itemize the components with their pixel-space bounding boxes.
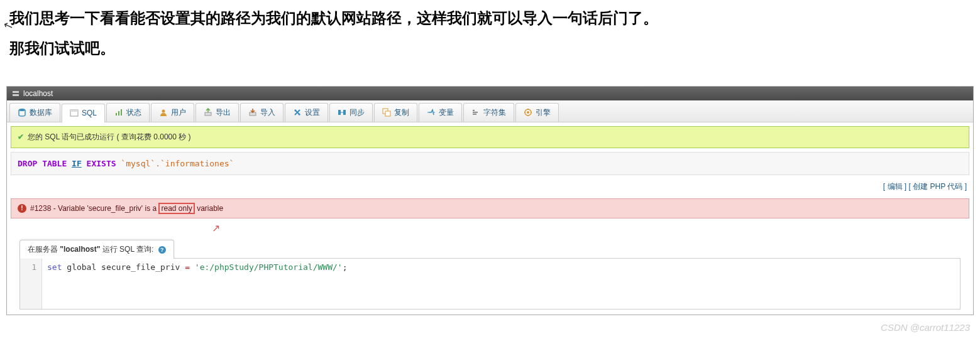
success-text: 您的 SQL 语句已成功运行 ( 查询花费 0.0000 秒 ) xyxy=(28,132,191,143)
query-action-links: [ 编辑 ] [ 创建 PHP 代码 ] xyxy=(7,179,973,195)
engine-icon xyxy=(524,108,532,117)
sql-query-panel: 在服务器 "localhost" 运行 SQL 查询: ? 1 set glob… xyxy=(19,239,961,309)
tab-label: 同步 xyxy=(350,107,365,118)
sql-title-prefix: 在服务器 xyxy=(28,245,60,254)
tab-label: 字符集 xyxy=(483,107,506,118)
svg-rect-18 xyxy=(473,112,478,113)
variables-icon xyxy=(427,108,436,117)
tab-label: 用户 xyxy=(171,107,186,118)
tab-replication[interactable]: 复制 xyxy=(374,103,417,122)
code-line-1[interactable]: set global secure_file_priv = 'e:/phpStu… xyxy=(42,259,352,309)
svg-point-8 xyxy=(162,110,165,113)
breadcrumb-bar: localhost xyxy=(7,87,973,100)
tab-export[interactable]: 导出 xyxy=(195,103,239,122)
tab-engine[interactable]: 引擎 xyxy=(515,103,559,122)
tab-database[interactable]: 数据库 xyxy=(9,103,60,122)
svg-rect-16 xyxy=(385,111,390,116)
error-icon: ! xyxy=(18,204,26,213)
tab-sync[interactable]: 同步 xyxy=(329,103,373,122)
tab-status[interactable]: 状态 xyxy=(106,103,150,122)
svg-rect-19 xyxy=(473,114,476,115)
svg-point-11 xyxy=(295,110,297,112)
svg-rect-17 xyxy=(473,110,475,111)
tab-label: SQL xyxy=(82,109,97,117)
sql-code-editor[interactable]: 1 set global secure_file_priv = 'e:/phpS… xyxy=(19,258,961,309)
svg-point-12 xyxy=(299,114,300,116)
line-number-gutter: 1 xyxy=(20,259,42,309)
tab-label: 导出 xyxy=(216,107,231,118)
svg-rect-4 xyxy=(70,110,78,112)
edit-link[interactable]: 编辑 xyxy=(888,182,903,191)
tab-bar: 数据库SQL状态用户导出导入设置同步复制变量字符集引擎 xyxy=(7,100,973,122)
svg-rect-6 xyxy=(118,111,119,116)
code-semi: ; xyxy=(343,262,348,272)
code-kw-set: set xyxy=(47,262,62,272)
tab-label: 复制 xyxy=(394,107,409,118)
export-icon xyxy=(204,108,212,117)
svg-rect-0 xyxy=(13,91,19,93)
users-icon xyxy=(159,108,168,117)
check-icon: ✔ xyxy=(18,132,24,141)
error-suffix: variable xyxy=(195,204,223,213)
tab-variables[interactable]: 变量 xyxy=(419,103,462,122)
code-str: 'e:/phpStudy/PHPTutorial/WWW/' xyxy=(190,262,343,272)
article-paragraph-2: 那我们试试吧。 xyxy=(0,36,980,67)
svg-point-2 xyxy=(19,109,25,111)
tab-label: 引擎 xyxy=(536,107,551,118)
tab-import[interactable]: 导入 xyxy=(240,103,284,122)
code-var: global secure_file_priv xyxy=(62,262,185,272)
annotation-arrow-icon: ↗ xyxy=(208,222,973,234)
svg-point-21 xyxy=(527,111,529,114)
sql-title-suffix: 运行 SQL 查询: xyxy=(100,245,153,254)
query-table-name: `mysql`.`informationes` xyxy=(116,159,234,168)
svg-rect-13 xyxy=(338,110,341,115)
svg-rect-5 xyxy=(116,113,117,116)
svg-rect-14 xyxy=(343,110,346,115)
tab-label: 数据库 xyxy=(30,107,52,118)
tab-charset[interactable]: 字符集 xyxy=(463,103,514,122)
import-icon xyxy=(248,108,257,117)
database-icon xyxy=(18,108,26,117)
svg-rect-1 xyxy=(13,94,19,96)
sync-icon xyxy=(338,108,346,117)
sql-panel-title: 在服务器 "localhost" 运行 SQL 查询: ? xyxy=(19,240,174,259)
error-highlight: read only xyxy=(158,203,194,214)
success-message: ✔ 您的 SQL 语句已成功运行 ( 查询花费 0.0000 秒 ) xyxy=(11,126,969,148)
article-paragraph-1: 我们思考一下看看能否设置其的路径为我们的默认网站路径，这样我们就可以导入一句话后… xyxy=(0,0,980,36)
executed-query: DROP TABLE IF EXISTS `mysql`.`informatio… xyxy=(11,152,969,175)
error-text: #1238 - Variable 'secure_file_priv' is a… xyxy=(30,204,223,213)
tab-label: 设置 xyxy=(305,107,320,118)
charset-icon xyxy=(471,108,480,117)
server-icon xyxy=(12,90,19,97)
tab-label: 变量 xyxy=(439,107,454,118)
replication-icon xyxy=(382,108,391,117)
tab-label: 状态 xyxy=(126,107,141,118)
create-php-link[interactable]: 创建 PHP 代码 xyxy=(913,182,962,191)
sql-icon xyxy=(70,109,79,117)
code-op: = xyxy=(185,262,190,272)
phpmyadmin-panel: localhost 数据库SQL状态用户导出导入设置同步复制变量字符集引擎 ✔ … xyxy=(6,86,974,315)
breadcrumb-host[interactable]: localhost xyxy=(23,89,53,98)
query-keyword-exists: EXISTS xyxy=(82,159,116,168)
tab-sql[interactable]: SQL xyxy=(62,104,105,122)
status-icon xyxy=(114,108,123,117)
tab-label: 导入 xyxy=(260,107,275,118)
help-icon[interactable]: ? xyxy=(158,246,166,254)
svg-rect-7 xyxy=(121,109,122,116)
sql-title-server: "localhost" xyxy=(60,245,100,254)
error-message: ! #1238 - Variable 'secure_file_priv' is… xyxy=(11,198,969,218)
query-keyword-drop: DROP TABLE xyxy=(18,159,72,168)
error-prefix: #1238 - Variable 'secure_file_priv' is a xyxy=(30,204,158,213)
query-keyword-if: IF xyxy=(72,159,82,168)
tab-users[interactable]: 用户 xyxy=(151,103,194,122)
svg-rect-9 xyxy=(205,112,211,116)
tab-settings[interactable]: 设置 xyxy=(285,103,328,122)
settings-icon xyxy=(293,108,302,117)
